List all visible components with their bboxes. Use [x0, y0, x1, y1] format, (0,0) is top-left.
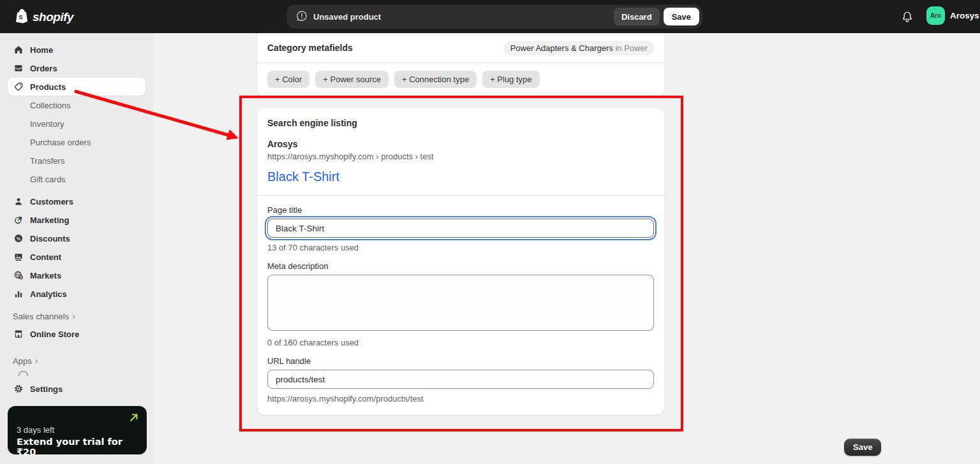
add-power-source-metafield-button[interactable]: + Power source: [315, 71, 389, 88]
meta-description-label: Meta description: [267, 261, 654, 271]
content-icon: [13, 252, 24, 263]
search-engine-listing-card: Search engine listing Arosys https://aro…: [257, 108, 664, 415]
seo-preview-link-title[interactable]: Black T-Shirt: [267, 170, 339, 184]
user-name: Arosys: [950, 11, 979, 20]
page-title-helper: 13 of 70 characters used: [267, 243, 654, 252]
category-metafields-title: Category metafields: [267, 43, 353, 53]
discounts-icon: %: [13, 233, 24, 244]
sidebar-item-orders[interactable]: Orders: [8, 59, 145, 77]
topbar-save-button[interactable]: Save: [664, 8, 699, 25]
analytics-icon: [13, 289, 24, 300]
category-metafields-card: Category metafields Power Adapters & Cha…: [257, 33, 664, 97]
topbar: S shopify Unsaved product Discard Save A…: [0, 0, 980, 33]
gear-icon: [13, 384, 24, 395]
sidebar-item-collections[interactable]: Collections: [8, 96, 145, 114]
url-handle-input[interactable]: [267, 370, 654, 389]
sidebar-item-settings[interactable]: Settings: [8, 380, 145, 398]
page-save-button[interactable]: Save: [844, 439, 881, 456]
seo-card-title: Search engine listing: [267, 118, 654, 128]
svg-text:S: S: [19, 13, 23, 20]
annotation-arrowhead: [226, 129, 239, 140]
shopify-admin-page: S shopify Unsaved product Discard Save A…: [0, 0, 980, 464]
seo-preview-site-name: Arosys: [267, 139, 654, 149]
shopify-bag-icon: S: [14, 8, 29, 26]
meta-description-helper: 0 of 160 characters used: [267, 338, 654, 347]
user-menu[interactable]: Aro Arosys: [926, 6, 979, 25]
orders-icon: [13, 63, 24, 74]
unsaved-changes-bar: Unsaved product Discard Save: [287, 5, 702, 28]
add-color-metafield-button[interactable]: + Color: [267, 71, 309, 88]
sidebar-item-gift-cards[interactable]: Gift cards: [8, 170, 145, 188]
url-handle-helper: https://arosys.myshopify.com/products/te…: [267, 394, 654, 403]
notifications-bell-icon[interactable]: [900, 10, 914, 24]
trial-days-left: 3 days left: [17, 425, 138, 435]
avatar: Aro: [926, 6, 945, 25]
trial-cta-text: Extend your trial for ₹20: [17, 437, 138, 457]
svg-text:$: $: [20, 275, 22, 279]
sidebar-item-discounts[interactable]: % Discounts: [8, 229, 145, 247]
meta-description-textarea[interactable]: [267, 275, 654, 331]
markets-icon: $: [13, 270, 24, 281]
sidebar-item-online-store[interactable]: Online Store: [8, 325, 145, 343]
sidebar-item-customers[interactable]: Customers: [8, 192, 145, 210]
url-handle-label: URL handle: [267, 356, 654, 366]
add-connection-type-metafield-button[interactable]: + Connection type: [394, 71, 477, 88]
main-content: Category metafields Power Adapters & Cha…: [257, 33, 664, 415]
tag-icon: [13, 82, 24, 92]
page-title-input[interactable]: [267, 219, 654, 238]
marketing-icon: [13, 215, 24, 226]
discard-button[interactable]: Discard: [614, 8, 660, 25]
page-title-label: Page title: [267, 205, 654, 215]
sidebar-section-sales-channels[interactable]: Sales channels ›: [8, 307, 145, 325]
divider: [257, 195, 664, 196]
shopify-logo[interactable]: S shopify: [14, 8, 73, 26]
category-badge: Power Adapters & Chargers in Power: [504, 41, 654, 55]
sidebar: Home Orders Products Collections Invento…: [0, 33, 153, 464]
store-icon: [13, 329, 24, 340]
arrow-up-right-icon: [128, 412, 140, 423]
unsaved-product-label: Unsaved product: [313, 12, 381, 22]
svg-text:%: %: [16, 236, 20, 241]
shopify-wordmark: shopify: [33, 10, 73, 24]
seo-preview-url-breadcrumb: https://arosys.myshopify.com › products …: [267, 152, 654, 161]
home-icon: [13, 45, 24, 55]
customers-icon: [13, 196, 24, 207]
sidebar-item-transfers[interactable]: Transfers: [8, 152, 145, 170]
sidebar-item-analytics[interactable]: Analytics: [8, 285, 145, 303]
sidebar-item-purchase-orders[interactable]: Purchase orders: [8, 133, 145, 151]
sidebar-item-products[interactable]: Products: [8, 78, 145, 96]
chevron-right-icon: ›: [35, 356, 38, 365]
sidebar-item-inventory[interactable]: Inventory: [8, 115, 145, 133]
partial-app-icon: [19, 371, 28, 376]
sidebar-section-apps[interactable]: Apps ›: [8, 352, 145, 370]
alert-icon: [296, 10, 308, 24]
trial-banner[interactable]: 3 days left Extend your trial for ₹20: [8, 406, 147, 454]
sidebar-item-marketing[interactable]: Marketing: [8, 211, 145, 229]
sidebar-item-content[interactable]: Content: [8, 248, 145, 266]
chevron-right-icon: ›: [72, 312, 75, 321]
sidebar-item-markets[interactable]: $ Markets: [8, 266, 145, 284]
sidebar-item-home[interactable]: Home: [8, 41, 145, 59]
add-plug-type-metafield-button[interactable]: + Plug type: [482, 71, 539, 88]
